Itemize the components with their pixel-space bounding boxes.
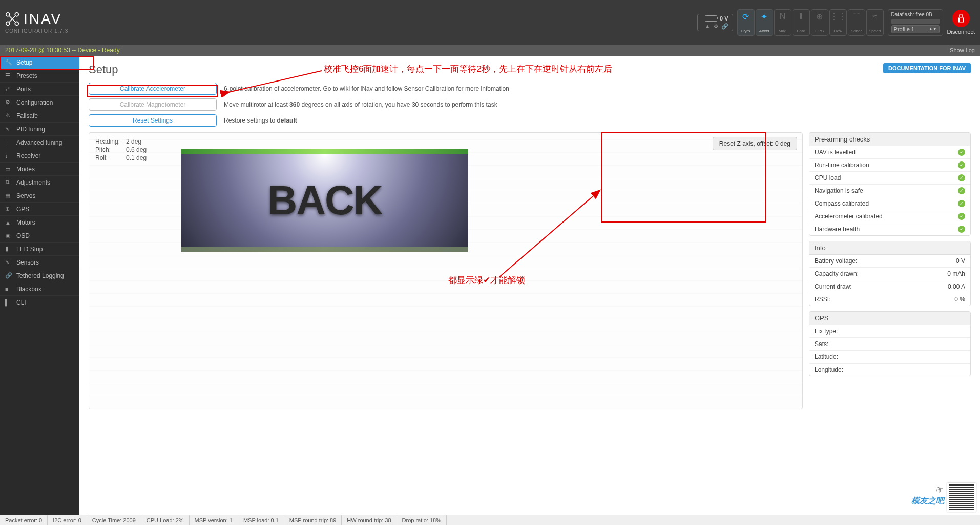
- sidebar-item-blackbox[interactable]: ■Blackbox: [0, 282, 79, 296]
- dataflash-label: Dataflash: free 0B: [891, 12, 940, 17]
- check-label: Hardware health: [815, 226, 860, 233]
- footer-cell: Cycle Time: 2009: [87, 515, 141, 525]
- check-label: Accelerometer calibrated: [815, 213, 883, 220]
- dataflash-bar: [891, 19, 940, 24]
- sidebar-item-label: Sensors: [16, 259, 39, 266]
- reset-z-axis-button[interactable]: Reset Z axis, offset: 0 deg: [713, 137, 797, 150]
- footer-status-bar: Packet error: 0I2C error: 0Cycle Time: 2…: [0, 515, 980, 525]
- app-name: INAV: [24, 11, 62, 27]
- sidebar-icon: ⚙: [5, 99, 12, 106]
- sensor-badge-flow: ⋮⋮Flow: [829, 9, 847, 36]
- footer-cell: HW round trip: 38: [342, 515, 397, 525]
- sidebar-icon: ▤: [5, 192, 12, 199]
- prearm-checks-title: Pre-arming checks: [809, 133, 970, 146]
- footer-cell: MSP round trip: 89: [284, 515, 342, 525]
- sidebar-item-motors[interactable]: ▲Motors: [0, 216, 79, 229]
- sidebar-item-presets[interactable]: ☰Presets: [0, 69, 79, 83]
- sidebar: 🔧Setup☰Presets⇄Ports⚙Configuration⚠Fails…: [0, 56, 79, 515]
- baro-icon: 🌡: [797, 12, 805, 21]
- sonar-icon: ⌒: [852, 12, 861, 23]
- sidebar-item-label: Motors: [16, 219, 35, 226]
- sensor-badge-gyro: ⟳Gyro: [737, 9, 755, 36]
- documentation-link[interactable]: DOCUMENTATION FOR INAV: [883, 63, 971, 73]
- sidebar-item-gps[interactable]: ⊕GPS: [0, 203, 79, 216]
- info-row: Current draw:0.00 A: [809, 280, 970, 293]
- speed-icon: ≈: [872, 12, 877, 21]
- sidebar-icon: 🔧: [5, 59, 12, 66]
- sidebar-item-adjustments[interactable]: ⇅Adjustments: [0, 176, 79, 189]
- svg-point-1: [15, 13, 18, 16]
- sidebar-item-cli[interactable]: ▌CLI: [0, 296, 79, 309]
- info-row: Capacity drawn:0 mAh: [809, 268, 970, 280]
- gps-row: Latitude:: [809, 351, 970, 364]
- sidebar-item-ports[interactable]: ⇄Ports: [0, 83, 79, 96]
- prearm-checks-panel: Pre-arming checks UAV is levelled✓Run-ti…: [809, 132, 971, 236]
- profile-label: Profile 1: [894, 26, 914, 32]
- sidebar-item-advanced-tuning[interactable]: ≡Advanced tuning: [0, 136, 79, 149]
- configurator-version: CONFIGURATOR 1.7.3: [5, 28, 68, 34]
- sidebar-icon: 🔗: [5, 272, 12, 279]
- gps-icon: ⊕: [816, 12, 823, 22]
- sidebar-icon: ■: [5, 286, 12, 292]
- check-label: Navigation is safe: [815, 187, 863, 194]
- sensor-badge-baro: 🌡Baro: [793, 9, 810, 36]
- battery-icon: [705, 15, 717, 22]
- calibrate-accelerometer-button[interactable]: Calibrate Accelerometer: [89, 83, 217, 95]
- sidebar-item-tethered-logging[interactable]: 🔗Tethered Logging: [0, 269, 79, 282]
- check-ok-icon: ✓: [958, 174, 965, 181]
- gps-row: Fix type:: [809, 325, 970, 338]
- sidebar-icon: ∿: [5, 126, 12, 132]
- crosshair-icon: ✥: [714, 23, 718, 30]
- main-panel: Setup DOCUMENTATION FOR INAV Calibrate A…: [79, 56, 980, 515]
- sidebar-item-configuration[interactable]: ⚙Configuration: [0, 96, 79, 109]
- prearm-check-row: CPU load✓: [809, 172, 970, 185]
- check-ok-icon: ✓: [958, 200, 965, 207]
- sidebar-item-modes[interactable]: ▭Modes: [0, 163, 79, 176]
- sidebar-item-failsafe[interactable]: ⚠Failsafe: [0, 109, 79, 123]
- sensor-badge-speed: ≈Speed: [866, 9, 884, 36]
- svg-point-0: [6, 13, 10, 16]
- sidebar-item-servos[interactable]: ▤Servos: [0, 189, 79, 203]
- check-label: UAV is levelled: [815, 149, 856, 156]
- gps-panel: GPS Fix type:Sats:Latitude:Longitude:: [809, 311, 971, 376]
- disconnect-button[interactable]: Disconnect: [947, 10, 975, 35]
- prearm-check-row: Navigation is safe✓: [809, 185, 970, 197]
- check-ok-icon: ✓: [958, 213, 965, 220]
- sidebar-item-pid-tuning[interactable]: ∿PID tuning: [0, 123, 79, 136]
- calibrate-magnetometer-desc: Move multirotor at least 360 degrees on …: [224, 101, 497, 108]
- info-title: Info: [809, 241, 970, 255]
- gps-row: Sats:: [809, 338, 970, 351]
- sidebar-item-sensors[interactable]: ∿Sensors: [0, 256, 79, 269]
- sidebar-item-label: Ports: [16, 86, 31, 93]
- attitude-readout: Heading:2 deg Pitch:0.6 deg Roll:0.1 deg: [94, 137, 148, 163]
- sidebar-icon: ▣: [5, 232, 12, 239]
- gps-title: GPS: [809, 312, 970, 325]
- reset-settings-button[interactable]: Reset Settings: [89, 114, 217, 127]
- show-log-link[interactable]: Show Log: [950, 47, 975, 53]
- sidebar-item-led-strip[interactable]: ▮LED Strip: [0, 243, 79, 256]
- sensor-badge-gps: ⊕GPS: [811, 9, 828, 36]
- profile-selector[interactable]: Profile 1 ▲▼: [891, 25, 940, 33]
- sidebar-item-setup[interactable]: 🔧Setup: [0, 56, 79, 69]
- sidebar-icon: ⚠: [5, 112, 12, 119]
- dataflash-panel: Dataflash: free 0B Profile 1 ▲▼: [888, 9, 943, 36]
- footer-cell: MSP version: 1: [190, 515, 238, 525]
- sidebar-item-label: Modes: [16, 166, 35, 173]
- sidebar-item-osd[interactable]: ▣OSD: [0, 229, 79, 243]
- sidebar-item-label: Blackbox: [16, 286, 41, 293]
- sidebar-icon: ▲: [5, 219, 12, 226]
- footer-cell: I2C error: 0: [48, 515, 87, 525]
- mag-icon: N: [780, 12, 786, 21]
- sidebar-item-label: Presets: [16, 72, 37, 79]
- warning-icon: ▲: [705, 23, 711, 30]
- prearm-check-row: Compass calibrated✓: [809, 197, 970, 210]
- footer-cell: CPU Load: 2%: [141, 515, 190, 525]
- sidebar-item-receiver[interactable]: ↓Receiver: [0, 149, 79, 163]
- sidebar-item-label: Failsafe: [16, 112, 38, 119]
- model-3d-view[interactable]: BACK: [181, 149, 468, 248]
- sidebar-item-label: Servos: [16, 192, 35, 199]
- gps-row: Longitude:: [809, 364, 970, 376]
- footer-cell: MSP load: 0.1: [238, 515, 284, 525]
- sidebar-icon: ⇅: [5, 179, 12, 186]
- inav-logo-icon: [5, 12, 19, 26]
